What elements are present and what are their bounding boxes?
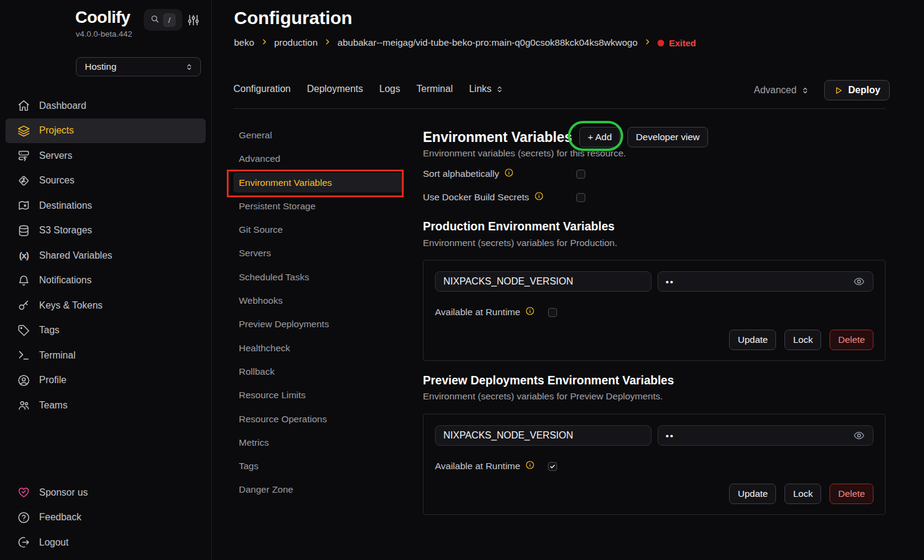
subnav-item-servers[interactable]: Servers [233, 243, 404, 263]
sidebar-item-s3-storages[interactable]: S3 Storages [5, 218, 206, 244]
preview-section-description: Environment (secrets) variables for Prev… [423, 391, 663, 402]
sidebar-item-label: Profile [39, 375, 66, 386]
breadcrumb-environment[interactable]: production [274, 37, 318, 48]
sidebar-item-keys-tokens[interactable]: Keys & Tokens [5, 293, 206, 318]
sidebar-item-shared-variables[interactable]: (x) Shared Variables [5, 243, 206, 268]
sidebar-item-dashboard[interactable]: Dashboard [5, 93, 206, 118]
info-icon[interactable] [525, 306, 535, 318]
lock-button[interactable]: Lock [784, 330, 821, 350]
sidebar-item-label: S3 Storages [39, 225, 92, 236]
available-at-runtime-checkbox[interactable] [548, 462, 557, 471]
subnav-item-persistent-storage[interactable]: Persistent Storage [233, 196, 404, 216]
sidebar-item-label: Servers [39, 150, 72, 161]
delete-button[interactable]: Delete [830, 484, 873, 504]
add-variable-button[interactable]: + Add [579, 127, 620, 147]
breadcrumb-team[interactable]: beko [234, 37, 254, 48]
sidebar-item-teams[interactable]: Teams [5, 393, 206, 418]
subnav-item-rollback[interactable]: Rollback [233, 362, 404, 381]
sidebar-item-label: Projects [39, 125, 74, 136]
subnav-item-resource-operations[interactable]: Resource Operations [233, 409, 404, 429]
team-select[interactable]: Hosting [76, 57, 201, 76]
sidebar-nav: Dashboard Projects Servers Sources Desti… [5, 93, 206, 418]
update-button[interactable]: Update [729, 330, 776, 350]
search-button[interactable]: / [144, 9, 182, 31]
subnav-item-environment-variables[interactable]: Environment Variables [233, 173, 404, 192]
tag-icon [17, 324, 30, 337]
sort-alphabetically-checkbox[interactable] [576, 170, 585, 179]
docker-build-secrets-checkbox[interactable] [576, 193, 585, 202]
sidebar-item-terminal[interactable]: Terminal [5, 343, 206, 368]
variable-value-field[interactable]: •• [658, 425, 874, 446]
app-logo[interactable]: Coolify [75, 8, 130, 27]
available-at-runtime-row: Available at Runtime [435, 460, 557, 472]
available-at-runtime-label: Available at Runtime [435, 307, 520, 318]
reveal-value-eye-icon[interactable] [853, 275, 865, 288]
chevron-up-down-icon [185, 63, 194, 72]
sidebar-footer: Sponsor us Feedback Logout [5, 480, 206, 555]
page-title: Configuration [234, 8, 353, 28]
variable-key-field[interactable] [435, 271, 651, 292]
sidebar-item-label: Sponsor us [39, 487, 88, 498]
coolify-app: Coolify v4.0.0-beta.442 / Hosting Dashbo… [0, 0, 924, 560]
logout-icon [17, 536, 30, 549]
subnav-item-healthcheck[interactable]: Healthcheck [233, 338, 404, 358]
sidebar-item-sponsor-us[interactable]: Sponsor us [5, 480, 206, 505]
sort-alphabetically-row: Sort alphabetically [423, 168, 585, 180]
delete-button[interactable]: Delete [830, 330, 873, 350]
heart-icon [17, 486, 30, 499]
sidebar-item-label: Shared Variables [39, 250, 112, 261]
sidebar-item-label: Dashboard [39, 100, 86, 111]
info-icon[interactable] [504, 168, 514, 180]
subnav-item-resource-limits[interactable]: Resource Limits [233, 385, 404, 405]
subnav-item-general[interactable]: General [233, 125, 404, 145]
terminal-icon [17, 349, 30, 362]
sidebar-item-feedback[interactable]: Feedback [5, 505, 206, 531]
sidebar-item-notifications[interactable]: Notifications [5, 268, 206, 294]
sidebar-item-projects[interactable]: Projects [5, 118, 206, 144]
sidebar: Coolify v4.0.0-beta.442 / Hosting Dashbo… [0, 0, 212, 560]
docker-build-secrets-label: Use Docker Build Secrets [423, 192, 529, 203]
tab-deployments[interactable]: Deployments [307, 84, 363, 94]
sidebar-item-label: Keys & Tokens [39, 300, 103, 311]
masked-value[interactable]: •• [666, 431, 854, 441]
subnav-item-metrics[interactable]: Metrics [233, 432, 404, 452]
subnav-item-advanced[interactable]: Advanced [233, 149, 404, 168]
tab-configuration[interactable]: Configuration [233, 84, 291, 94]
sidebar-item-servers[interactable]: Servers [5, 143, 206, 168]
sidebar-item-destinations[interactable]: Destinations [5, 193, 206, 218]
subnav-item-tags[interactable]: Tags [233, 456, 404, 476]
variable-value-field[interactable]: •• [658, 271, 874, 292]
git-source-icon [17, 174, 30, 187]
slash-key-hint: / [163, 13, 176, 27]
available-at-runtime-label: Available at Runtime [435, 461, 520, 472]
masked-value[interactable]: •• [666, 277, 854, 287]
subnav-item-webhooks[interactable]: Webhooks [233, 291, 404, 310]
reveal-value-eye-icon[interactable] [853, 429, 865, 442]
subnav-item-scheduled-tasks[interactable]: Scheduled Tasks [233, 267, 404, 287]
subnav-item-preview-deployments[interactable]: Preview Deployments [233, 314, 404, 334]
variable-key-input[interactable] [443, 276, 643, 287]
sidebar-item-label: Feedback [39, 512, 81, 523]
info-icon[interactable] [525, 460, 535, 472]
subnav-item-git-source[interactable]: Git Source [233, 220, 404, 239]
sidebar-item-logout[interactable]: Logout [5, 530, 206, 555]
developer-view-button[interactable]: Developer view [627, 127, 708, 147]
info-icon[interactable] [534, 191, 544, 203]
config-subnav: General Advanced Environment Variables P… [233, 125, 404, 503]
users-icon [17, 399, 30, 411]
variable-key-field[interactable] [435, 425, 651, 446]
tab-logs[interactable]: Logs [380, 84, 401, 94]
variable-key-input[interactable] [443, 430, 643, 441]
subnav-item-danger-zone[interactable]: Danger Zone [233, 479, 404, 499]
home-icon [17, 99, 30, 112]
sidebar-item-profile[interactable]: Profile [5, 368, 206, 393]
filters-sliders-icon[interactable] [187, 14, 200, 26]
docker-build-secrets-row: Use Docker Build Secrets [423, 191, 585, 203]
sidebar-item-tags[interactable]: Tags [5, 318, 206, 343]
update-button[interactable]: Update [729, 484, 776, 504]
lock-button[interactable]: Lock [784, 484, 821, 504]
key-icon [17, 299, 30, 312]
available-at-runtime-checkbox[interactable] [548, 308, 557, 317]
sidebar-item-sources[interactable]: Sources [5, 168, 206, 194]
sort-alphabetically-label: Sort alphabetically [423, 168, 499, 179]
